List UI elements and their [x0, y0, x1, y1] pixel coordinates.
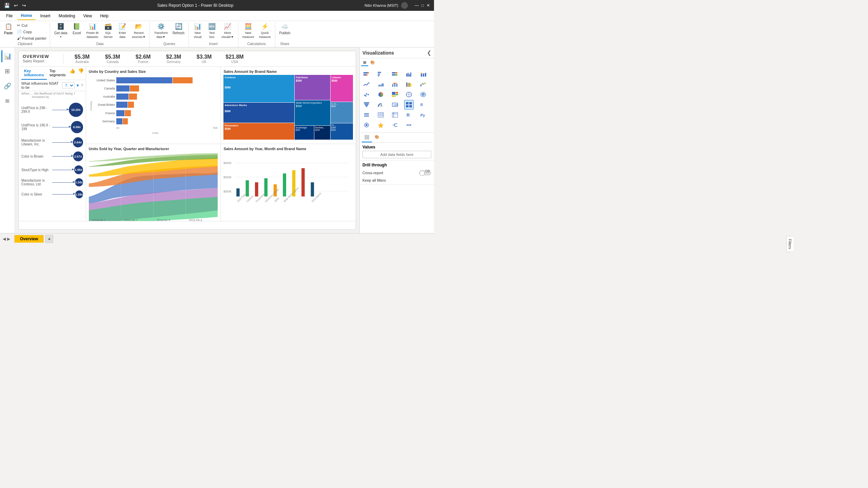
viz-icon-clustered-bar[interactable] [376, 69, 386, 79]
power-bi-datasets-button[interactable]: 📊 Power BI datasets [84, 22, 101, 39]
new-visual-button[interactable]: 📊 New visual [191, 22, 204, 39]
ki-thumbdown-icon[interactable]: 👎 [77, 67, 85, 80]
viz-build-tab[interactable]: ⊞ [361, 60, 368, 66]
copy-button[interactable]: 📄 Copy [16, 29, 48, 35]
window-controls-left[interactable]: 💾 ↩ ↪ [4, 3, 26, 8]
get-data-button[interactable]: 🗄️ Get data ▼ [52, 22, 69, 39]
ki-dropdown-icon[interactable]: ▼ [76, 83, 80, 87]
viz-icon-ribbon[interactable] [404, 80, 414, 89]
maximize-button[interactable]: □ [421, 3, 424, 8]
bar-row: Australia [93, 94, 218, 100]
build-tab[interactable] [362, 134, 372, 142]
ki-tab-segments[interactable]: Top segments [47, 67, 68, 80]
ki-value-select[interactable]: 7 [62, 82, 75, 88]
close-button[interactable]: ✕ [427, 3, 430, 8]
text-box-button[interactable]: 🔤 Text box [205, 22, 219, 39]
viz-icon-line-bar[interactable] [390, 80, 400, 89]
column-chart-svg: $600K $550K $500K [223, 152, 353, 217]
viz-icon-python-visual[interactable]: Py [418, 110, 428, 120]
viz-icon-pie[interactable] [376, 90, 386, 99]
transform-data-button[interactable]: ⚙️ Transform data▼ [152, 22, 170, 39]
svg-rect-68 [396, 94, 398, 95]
page-tab-overview[interactable]: Overview [14, 235, 44, 243]
nav-dax-icon[interactable]: ≋ [1, 95, 14, 107]
sql-server-button[interactable]: 🗃️ SQL Server [101, 22, 115, 39]
add-fields-button[interactable]: Add data fields here [362, 151, 431, 158]
svg-rect-57 [420, 84, 421, 86]
undo-icon[interactable]: ↩ [14, 3, 18, 8]
format-tab[interactable]: 🎨 [372, 134, 382, 142]
viz-panel-collapse-icon[interactable]: ❮ [427, 49, 431, 56]
svg-rect-85 [409, 105, 412, 107]
recent-sources-button[interactable]: 📂 Recent sources▼ [130, 22, 147, 39]
ribbon-section-share: ☁️ Publish Share [275, 22, 295, 47]
viz-icon-r-visual[interactable]: R [404, 110, 414, 120]
cross-report-toggle[interactable]: Off [419, 170, 431, 176]
nav-report-icon[interactable]: 📊 [1, 50, 14, 62]
viz-icon-kpi[interactable]: R [418, 100, 428, 109]
bar-row: France [93, 110, 218, 116]
nav-data-icon[interactable]: ⊞ [1, 65, 14, 77]
new-measure-button[interactable]: 🧮 New measure [240, 22, 256, 39]
viz-icon-ai-insights[interactable] [376, 120, 386, 130]
viz-icon-matrix[interactable] [390, 110, 400, 120]
menu-modeling[interactable]: Modeling [55, 12, 79, 20]
viz-icon-stacked-column[interactable] [418, 69, 428, 79]
quick-measure-button[interactable]: ⚡ Quick measure [257, 22, 273, 39]
ribbon-section-insert: 📊 New visual 🔤 Text box 📈 More visuals▼ … [189, 22, 238, 47]
redo-icon[interactable]: ↪ [22, 3, 26, 8]
more-visuals-button[interactable]: 📈 More visuals▼ [219, 22, 236, 39]
viz-icon-funnel[interactable] [362, 100, 371, 109]
window-controls-right[interactable]: Nitin Khanna (MSIT) — □ ✕ [364, 2, 430, 9]
excel-button[interactable]: 📗 Excel [70, 22, 83, 36]
viz-icon-treemap[interactable] [390, 90, 400, 99]
tm-litware: Litware $5M [331, 75, 353, 102]
paste-button[interactable]: 📋 Paste [2, 22, 15, 36]
viz-format-tab[interactable]: 🎨 [368, 60, 377, 66]
ki-help-icon[interactable]: ? [81, 83, 83, 87]
minimize-button[interactable]: — [415, 3, 419, 8]
viz-icon-scatter[interactable] [362, 90, 371, 99]
svg-rect-83 [409, 102, 412, 104]
viz-icon-100pct-bar[interactable] [390, 69, 400, 79]
svg-rect-52 [396, 84, 397, 87]
menu-home[interactable]: Home [17, 12, 35, 20]
viz-icon-filled-map[interactable] [418, 90, 428, 99]
viz-icon-decomp-tree[interactable] [390, 120, 400, 130]
format-painter-button[interactable]: 🖌 Format painter [16, 35, 48, 41]
viz-icon-table[interactable] [376, 110, 386, 120]
tm-adventure-works: Adventure Works $6M [223, 103, 294, 123]
refresh-button[interactable]: 🔄 Refresh [171, 22, 186, 36]
svg-rect-35 [378, 74, 380, 75]
menu-file[interactable]: File [3, 12, 16, 20]
svg-rect-53 [406, 82, 407, 87]
cut-button[interactable]: ✂ Cut [16, 22, 48, 28]
ki-tab-influencers[interactable]: Key influencers [21, 67, 47, 80]
viz-icon-line[interactable] [362, 80, 371, 89]
tm-fabrikam: Fabrikam $5M [295, 75, 330, 100]
save-icon[interactable]: 💾 [4, 3, 10, 8]
svg-text:2014 Qtr 2: 2014 Qtr 2 [124, 219, 137, 221]
ki-thumbup-icon[interactable]: 👍 [68, 67, 77, 80]
viz-icon-card[interactable]: 123 [390, 100, 400, 109]
viz-icon-multirow-card[interactable] [404, 100, 414, 109]
viz-icon-slicer[interactable] [362, 110, 371, 120]
enter-data-button[interactable]: 📝 Enter data [116, 22, 129, 39]
publish-button[interactable]: ☁️ Publish [277, 22, 293, 36]
nav-model-icon[interactable]: 🔗 [1, 80, 14, 92]
page-next-arrow[interactable]: ▶ [7, 237, 10, 241]
page-tab-add-button[interactable]: + [45, 235, 53, 243]
menu-help[interactable]: Help [97, 12, 112, 20]
menu-view[interactable]: View [80, 12, 95, 20]
menu-insert[interactable]: Insert [37, 12, 54, 20]
viz-icon-clustered-column[interactable] [404, 69, 414, 79]
viz-icon-map[interactable] [404, 90, 414, 99]
viz-icon-more[interactable] [404, 120, 414, 130]
viz-icon-arcgis[interactable] [362, 120, 371, 130]
viz-icon-gauge[interactable] [376, 100, 386, 109]
viz-icon-area[interactable] [376, 80, 386, 89]
app-title: Sales Report Option 1 - Power BI Desktop [26, 3, 364, 8]
viz-icon-waterfall[interactable] [418, 80, 428, 89]
viz-icon-stacked-bar[interactable] [362, 69, 371, 79]
page-prev-arrow[interactable]: ◀ [3, 237, 6, 241]
